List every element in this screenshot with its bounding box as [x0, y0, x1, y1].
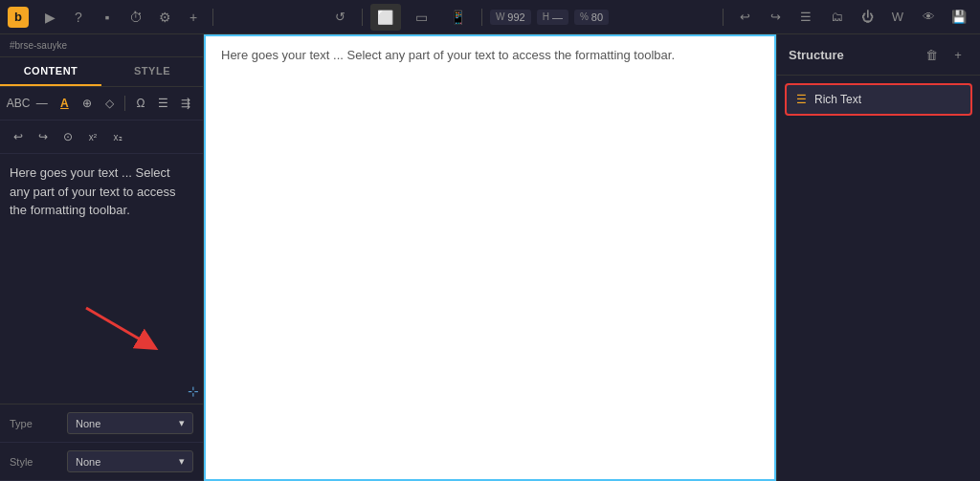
structure-header: Structure 🗑 +	[777, 34, 980, 76]
add-special-btn[interactable]: ⊕	[78, 93, 97, 114]
list-btn[interactable]: ☰	[154, 93, 173, 114]
refresh-btn[interactable]: ↺	[327, 4, 354, 31]
add-element-btn[interactable]: +	[947, 44, 969, 65]
w-label: W	[496, 11, 504, 22]
toolbar-row-1: ABC — A ⊕ ◇ Ω ☰ ⇶	[0, 87, 203, 120]
rich-text-icon: ☰	[796, 93, 807, 106]
redo-btn[interactable]: ↪	[762, 4, 789, 31]
type-chevron: ▾	[179, 417, 185, 429]
toolbar-row-2: ↩ ↪ ⊙ x² x₂	[0, 120, 203, 154]
topbar-right: ↩ ↪ ☰ 🗂 ⏻ W 👁 💾	[731, 4, 972, 31]
tab-content[interactable]: CONTENT	[0, 57, 101, 86]
style-label: Style	[10, 456, 67, 468]
canvas-text: Here goes your text ... Select any part …	[206, 36, 774, 74]
superscript-btn[interactable]: x²	[82, 126, 103, 147]
abc-btn[interactable]: ABC	[8, 93, 29, 114]
style-select[interactable]: None ▾	[67, 450, 193, 472]
preview-btn[interactable]: 👁	[915, 4, 942, 31]
canvas-area[interactable]: Here goes your text ... Select any part …	[204, 34, 776, 481]
text-content: Here goes your text ... Select any part …	[10, 164, 193, 220]
width-field[interactable]: W 992	[490, 10, 531, 25]
tb-sep1	[124, 96, 125, 111]
type-value: None	[76, 418, 100, 429]
rich-text-label: Rich Text	[814, 93, 861, 106]
files-btn[interactable]: 🗂	[823, 4, 850, 31]
separator2	[362, 9, 363, 26]
resize-handle[interactable]: ⊹	[188, 383, 199, 400]
zoom-field[interactable]: % 80	[574, 10, 609, 25]
separator3	[481, 9, 482, 26]
undo-btn[interactable]: ↩	[731, 4, 758, 31]
structure-title: Structure	[789, 48, 844, 62]
tablet-btn[interactable]: ▭	[407, 4, 437, 31]
undo-edit-btn[interactable]: ↩	[8, 126, 29, 147]
element-name: #brse-sauyke	[0, 34, 203, 57]
style-chevron: ▾	[179, 455, 185, 468]
type-label: Type	[10, 418, 67, 429]
add-icon[interactable]: +	[182, 6, 205, 29]
structure-actions: 🗑 +	[921, 44, 969, 65]
type-select[interactable]: None ▾	[67, 412, 193, 434]
clear-format-btn[interactable]: ⊙	[57, 126, 78, 147]
resize-icon: ⊹	[188, 383, 199, 399]
main-area: #brse-sauyke CONTENT STYLE ABC — A ⊕ ◇ Ω…	[0, 34, 980, 481]
topbar-middle: ↺ ⬜ ▭ 📱 W 992 H — % 80	[221, 4, 715, 31]
redo-edit-btn[interactable]: ↪	[33, 126, 54, 147]
settings-icon[interactable]: ⚙	[153, 6, 176, 29]
power-btn[interactable]: ⏻	[854, 4, 880, 31]
structure-item-richtext[interactable]: ☰ Rich Text	[785, 83, 972, 116]
history-icon[interactable]: ⏱	[124, 6, 147, 29]
desktop-btn[interactable]: ⬜	[370, 4, 401, 31]
style-value: None	[76, 456, 100, 468]
omega-btn[interactable]: Ω	[131, 93, 150, 114]
separator	[212, 9, 213, 26]
panel-tabs: CONTENT STYLE	[0, 57, 203, 87]
style-field-row: Style None ▾	[0, 443, 203, 481]
pages-icon[interactable]: ▪	[96, 6, 119, 29]
pct-value: 80	[591, 11, 603, 23]
right-panel: Structure 🗑 + ☰ Rich Text	[776, 34, 980, 481]
canvas-frame: Here goes your text ... Select any part …	[204, 34, 776, 481]
left-panel: #brse-sauyke CONTENT STYLE ABC — A ⊕ ◇ Ω…	[0, 34, 204, 481]
tab-style[interactable]: STYLE	[101, 57, 203, 86]
save-btn[interactable]: 💾	[946, 4, 972, 31]
delete-btn[interactable]: 🗑	[921, 44, 942, 65]
pct-label: %	[580, 11, 589, 22]
mobile-btn[interactable]: 📱	[443, 4, 474, 31]
subscript-btn[interactable]: x₂	[107, 126, 128, 147]
wordpress-btn[interactable]: W	[884, 4, 911, 31]
indent-btn[interactable]: ⇶	[176, 93, 195, 114]
type-field-row: Type None ▾	[0, 404, 203, 443]
link-btn[interactable]: ◇	[100, 93, 120, 114]
menu-btn[interactable]: ☰	[792, 4, 819, 31]
h-label: H	[543, 11, 549, 22]
hr-btn[interactable]: —	[33, 93, 52, 114]
rich-text-editor[interactable]: Here goes your text ... Select any part …	[0, 154, 203, 404]
font-color-btn[interactable]: A	[56, 93, 75, 114]
logo[interactable]: b	[8, 7, 29, 28]
h-value: —	[552, 11, 563, 23]
play-icon[interactable]: ▶	[38, 6, 61, 29]
topbar: b ▶ ? ▪ ⏱ ⚙ + ↺ ⬜ ▭ 📱 W 992 H — % 80 ↩ ↪…	[0, 0, 980, 34]
help-icon[interactable]: ?	[67, 6, 90, 29]
w-value: 992	[507, 11, 524, 23]
separator4	[723, 9, 724, 26]
height-field[interactable]: H —	[537, 10, 568, 25]
bottom-fields: Type None ▾ Style None ▾	[0, 404, 203, 481]
